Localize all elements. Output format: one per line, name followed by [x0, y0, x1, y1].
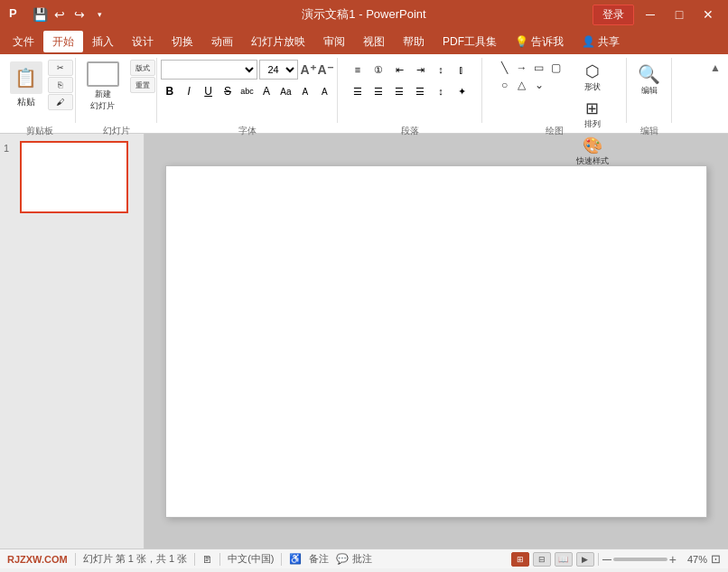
- quick-styles-label: 快速样式: [576, 155, 609, 167]
- new-slide-button[interactable]: 新建幻灯片: [78, 60, 128, 114]
- font-size-increase[interactable]: A⁺: [300, 60, 316, 80]
- reading-view-button[interactable]: 📖: [555, 552, 573, 567]
- shape-oval[interactable]: ○: [497, 77, 513, 93]
- menu-help[interactable]: 帮助: [394, 31, 434, 52]
- redo-button[interactable]: ↪: [70, 5, 89, 23]
- title-bar-left: P 💾 ↩ ↪ ▾: [7, 5, 108, 25]
- format-painter-button[interactable]: 🖌: [48, 94, 73, 110]
- drawing-group: ╲ → ▭ ▢ ○ △ ⌄ ⬡ 形状 ⊞ 排列: [482, 58, 627, 123]
- columns-button[interactable]: ⫿: [452, 60, 471, 80]
- quick-access-dropdown[interactable]: ▾: [90, 5, 108, 23]
- bullets-button[interactable]: ≡: [348, 60, 368, 80]
- notes-label[interactable]: 备注: [309, 552, 329, 566]
- shape-arrow[interactable]: →: [514, 60, 530, 76]
- menu-slideshow[interactable]: 幻灯片放映: [242, 31, 314, 52]
- menu-file[interactable]: 文件: [4, 31, 43, 52]
- numbering-button[interactable]: ①: [369, 60, 388, 80]
- abc-button[interactable]: abc: [238, 81, 256, 101]
- zoom-level[interactable]: 47%: [680, 554, 707, 565]
- text-direction-button[interactable]: ↕: [431, 60, 451, 80]
- slideshow-button[interactable]: ▶: [576, 552, 594, 567]
- editing-button[interactable]: 🔍 编辑: [630, 60, 669, 99]
- italic-button[interactable]: I: [180, 81, 197, 101]
- font-size-select[interactable]: 24: [259, 60, 298, 80]
- align-center-button[interactable]: ☰: [369, 81, 388, 101]
- font-size-decrease[interactable]: A⁻: [317, 60, 333, 80]
- editing-group: 🔍 编辑 编辑: [627, 58, 672, 123]
- cut-button[interactable]: ✂: [48, 60, 73, 76]
- paragraph-group-inner: ≡ ① ⇤ ⇥ ↕ ⫿ ☰ ☰ ☰ ☰ ↕ ✦: [346, 58, 473, 123]
- menu-design[interactable]: 设计: [123, 31, 163, 52]
- font-label: 字体: [157, 125, 337, 137]
- arrange-icon: ⊞: [585, 98, 599, 118]
- copy-button[interactable]: ⎘: [48, 77, 73, 93]
- undo-button[interactable]: ↩: [51, 5, 69, 23]
- svg-text:P: P: [9, 6, 17, 20]
- slide-1-thumbnail[interactable]: [20, 141, 128, 213]
- shapes-button[interactable]: ⬡ 形状: [573, 60, 612, 95]
- menu-share[interactable]: 👤共享: [573, 31, 629, 52]
- font-family-select[interactable]: [161, 60, 257, 80]
- paragraph-inner: ≡ ① ⇤ ⇥ ↕ ⫿ ☰ ☰ ☰ ☰ ↕ ✦: [348, 60, 471, 101]
- shape-rect[interactable]: ▭: [531, 60, 547, 76]
- normal-view-button[interactable]: ⊞: [511, 552, 529, 567]
- bold-button[interactable]: B: [161, 81, 178, 101]
- paste-label: 粘贴: [17, 96, 35, 108]
- slides-label: 幻灯片: [76, 125, 156, 137]
- comments-label[interactable]: 💬 批注: [336, 552, 371, 566]
- save-button[interactable]: 💾: [31, 5, 49, 23]
- fit-page-button[interactable]: ⊡: [711, 552, 721, 566]
- login-button[interactable]: 登录: [593, 5, 634, 25]
- align-right-button[interactable]: ☰: [389, 81, 409, 101]
- shape-triangle[interactable]: △: [514, 77, 530, 93]
- ribbon-collapse-button[interactable]: ▲: [708, 60, 723, 76]
- justify-button[interactable]: ☰: [410, 81, 430, 101]
- slide-sorter-button[interactable]: ⊟: [533, 552, 551, 567]
- zoom-slider[interactable]: [613, 558, 667, 561]
- shape-round-rect[interactable]: ▢: [548, 60, 565, 76]
- minimize-button[interactable]: ─: [638, 5, 663, 23]
- paste-button[interactable]: 📋 粘贴: [6, 60, 46, 110]
- aa-button[interactable]: Aa: [277, 81, 294, 101]
- decrease-indent-button[interactable]: ⇤: [389, 60, 409, 80]
- menu-tell-me[interactable]: 💡告诉我: [506, 31, 573, 52]
- watermark-text: RJZXW.COM: [7, 554, 68, 565]
- maximize-button[interactable]: □: [667, 5, 692, 23]
- menu-view[interactable]: 视图: [354, 31, 394, 52]
- clear-format-button[interactable]: A: [316, 81, 333, 101]
- shape-more[interactable]: ⌄: [531, 77, 547, 93]
- paragraph-group: ≡ ① ⇤ ⇥ ↕ ⫿ ☰ ☰ ☰ ☰ ↕ ✦: [338, 58, 482, 123]
- quick-styles-button[interactable]: 🎨 快速样式: [573, 134, 612, 169]
- char-spacing-button[interactable]: A: [296, 81, 313, 101]
- reset-button[interactable]: 重置: [130, 77, 155, 93]
- editing-label: 编辑: [641, 85, 658, 97]
- menu-insert[interactable]: 插入: [83, 31, 123, 52]
- line-spacing-button[interactable]: ↕: [431, 81, 451, 101]
- menu-transitions[interactable]: 切换: [163, 31, 202, 52]
- font-row1: 24 A⁺ A⁻: [161, 60, 333, 80]
- paragraph-row1: ≡ ① ⇤ ⇥ ↕ ⫿: [348, 60, 471, 80]
- clipboard-label: 剪贴板: [4, 125, 75, 137]
- close-button[interactable]: ✕: [695, 5, 721, 23]
- underline-button[interactable]: U: [200, 81, 217, 101]
- menu-review[interactable]: 审阅: [314, 31, 354, 52]
- menu-pdf[interactable]: PDF工具集: [434, 31, 506, 52]
- zoom-out-button[interactable]: ─: [602, 552, 611, 567]
- smartart-button[interactable]: ✦: [452, 81, 471, 101]
- font-color-button[interactable]: A: [257, 81, 275, 101]
- slide-canvas[interactable]: [165, 165, 707, 518]
- layout-button[interactable]: 版式: [130, 60, 155, 76]
- quick-access-toolbar: 💾 ↩ ↪ ▾: [31, 5, 108, 23]
- font-group: 24 A⁺ A⁻ B I U S abc A Aa A A 字体: [157, 58, 338, 123]
- menu-animations[interactable]: 动画: [202, 31, 242, 52]
- editor-area: [145, 134, 728, 549]
- increase-indent-button[interactable]: ⇥: [410, 60, 430, 80]
- powerpoint-icon: P: [7, 5, 23, 25]
- align-left-button[interactable]: ☰: [348, 81, 368, 101]
- slide-panel: 1: [0, 134, 145, 549]
- paragraph-label: 段落: [338, 125, 481, 137]
- zoom-in-button[interactable]: +: [669, 552, 677, 567]
- menu-home[interactable]: 开始: [43, 31, 83, 52]
- strikethrough-button[interactable]: S: [219, 81, 236, 101]
- shape-line[interactable]: ╲: [497, 60, 513, 76]
